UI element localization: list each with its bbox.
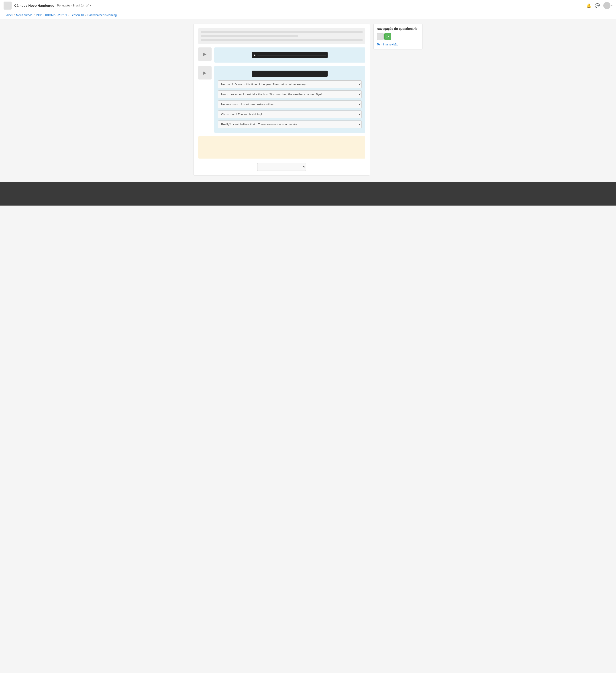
dropdown-1[interactable]: No mom! It's warm this time of the year.… [218, 80, 362, 88]
audio-play-button[interactable]: ▶ [254, 53, 256, 56]
breadcrumb-current: Bad weather is coming [87, 13, 117, 17]
breadcrumb-meus-cursos[interactable]: Meus cursos [16, 13, 32, 17]
chat-icon[interactable]: 💬 [595, 3, 600, 8]
header-line-3 [201, 39, 363, 41]
question-2-block: ▶ No mom! It's warm this time of the yea… [198, 66, 365, 133]
breadcrumb-ing1[interactable]: ING1 - IDIOMAS 2021/1 [36, 13, 67, 17]
sidebar-panel: Navegação do questionário i 1 ✔ Terminar… [374, 24, 422, 49]
question-1-block: ▶ ▶ [198, 47, 365, 62]
sidebar-title: Navegação do questionário [377, 27, 419, 30]
footer-line-3 [13, 195, 62, 195]
audio-block: ▶ [214, 47, 365, 62]
quiz-nav-btn-1[interactable]: 1 ✔ [384, 33, 391, 40]
flag-icon-2: ▶ [203, 70, 206, 75]
finish-review-link[interactable]: Terminar revisão [377, 43, 398, 46]
header-line-1 [201, 31, 363, 33]
dropdown-3[interactable]: No way mom... I don't need extra clothes… [218, 100, 362, 108]
quiz-nav-buttons: i 1 ✔ [377, 33, 419, 40]
breadcrumb-sep-4: / [85, 13, 86, 17]
content-area: ▶ ▶ ▶ No mom! It's warm this time of the… [194, 24, 370, 176]
header: Câmpus Novo Hamburgo Português - Brasil … [0, 0, 616, 11]
breadcrumb: Painel / Meus cursos / ING1 - IDIOMAS 20… [4, 13, 612, 17]
language-selector[interactable]: Português - Brasil (pt_br) [57, 4, 91, 7]
main-container: ▶ ▶ ▶ No mom! It's warm this time of the… [190, 24, 426, 176]
dropdown-2[interactable]: Hmm... ok mom! I must take the bus. Stop… [218, 90, 362, 98]
audio-player[interactable]: ▶ [252, 52, 328, 58]
breadcrumb-sep-1: / [14, 13, 15, 17]
feedback-block [198, 136, 365, 159]
bell-icon[interactable]: 🔔 [586, 3, 591, 8]
breadcrumb-sep-3: / [68, 13, 69, 17]
header-icons: 🔔 💬 ▾ [586, 2, 612, 9]
question-header-block [198, 28, 365, 44]
bottom-select[interactable] [257, 163, 306, 171]
user-menu[interactable]: ▾ [603, 2, 612, 9]
sidebar: Navegação do questionário i 1 ✔ Terminar… [374, 24, 422, 176]
flag-icon-1: ▶ [203, 52, 206, 56]
chevron-down-icon: ▾ [611, 4, 612, 7]
avatar [603, 2, 610, 9]
site-title: Câmpus Novo Hamburgo [14, 4, 54, 7]
question-1-number: ▶ [198, 47, 212, 61]
dropdown-4[interactable]: Oh no mom! The sun is shining! [218, 110, 362, 118]
quiz-nav-btn-i[interactable]: i [377, 33, 384, 40]
breadcrumb-sep-2: / [34, 13, 34, 17]
audio-progress-bar [257, 55, 326, 55]
footer [0, 182, 616, 206]
drag-drop-header [252, 70, 328, 77]
campus-logo [4, 2, 12, 10]
header-line-2 [201, 35, 298, 37]
footer-line-5 [13, 199, 58, 199]
footer-line-2 [13, 192, 44, 192]
footer-line-4 [13, 197, 40, 197]
check-icon: ✔ [388, 35, 389, 38]
breadcrumb-painel[interactable]: Painel [4, 13, 12, 17]
breadcrumb-bar: Painel / Meus cursos / ING1 - IDIOMAS 20… [0, 11, 616, 19]
question-2-number: ▶ [198, 66, 212, 79]
drag-drop-block: No mom! It's warm this time of the year.… [214, 66, 365, 133]
dropdown-5[interactable]: Really? I can't believe that... There ar… [218, 121, 362, 128]
breadcrumb-lesson10[interactable]: Lesson 10 [70, 13, 84, 17]
bottom-select-wrapper [198, 163, 365, 171]
